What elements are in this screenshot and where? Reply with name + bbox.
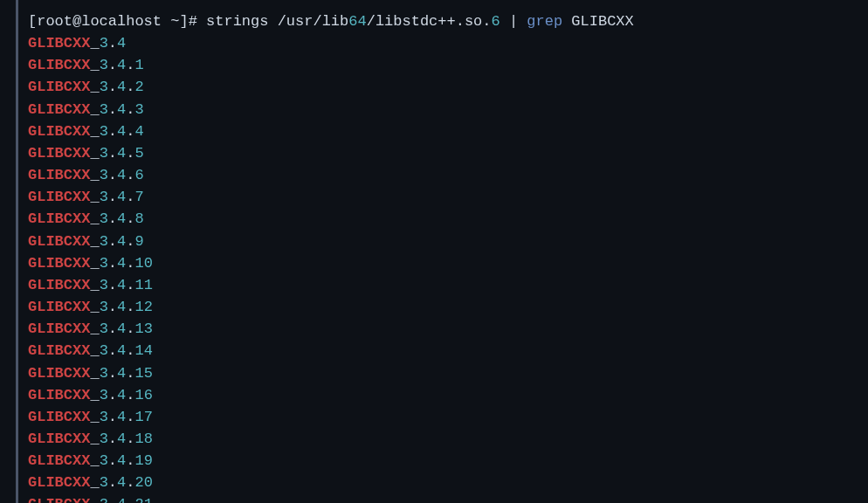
grep-match: GLIBCXX [28,255,90,272]
output-line: GLIBCXX_3.4.5 [28,142,868,164]
grep-match: GLIBCXX [28,145,90,162]
grep-match: GLIBCXX [28,233,90,250]
version-suffix: _3.4.21 [90,496,152,503]
version-suffix: _3.4.10 [90,255,152,272]
grep-match: GLIBCXX [28,365,90,382]
grep-match: GLIBCXX [28,496,90,503]
version-suffix: _3.4.6 [90,167,143,183]
output-line: GLIBCXX_3.4.13 [28,318,868,340]
output-line: GLIBCXX_3.4.8 [28,208,868,230]
version-suffix: _3.4 [90,35,126,52]
prompt-symbol: # [189,13,197,30]
version-suffix: _3.4.9 [90,233,143,250]
output-line: GLIBCXX_3.4.4 [28,121,868,142]
grep-arg: GLIBCXX [571,13,633,30]
grep-match: GLIBCXX [28,299,90,315]
grep-match: GLIBCXX [28,101,90,118]
version-suffix: _3.4.13 [90,320,152,337]
version-suffix: _3.4.18 [90,431,152,447]
command-num64: 64 [348,13,366,30]
output-line: GLIBCXX_3.4.18 [28,428,868,450]
version-suffix: _3.4.14 [90,342,152,359]
grep-match: GLIBCXX [28,210,90,227]
version-suffix: _3.4.11 [90,277,152,293]
grep-match: GLIBCXX [28,320,90,337]
output-line: GLIBCXX_3.4.10 [28,252,868,274]
output-line: GLIBCXX_3.4.3 [28,99,868,121]
grep-match: GLIBCXX [28,277,90,293]
terminal-output: GLIBCXX_3.4GLIBCXX_3.4.1GLIBCXX_3.4.2GLI… [28,32,868,503]
version-suffix: _3.4.8 [90,210,143,227]
output-line: GLIBCXX_3.4.21 [28,493,868,503]
output-line: GLIBCXX_3.4.16 [28,384,868,406]
output-line: GLIBCXX_3.4.20 [28,472,868,493]
prompt-user-host: root@localhost [37,13,162,30]
output-line: GLIBCXX_3.4.15 [28,362,868,384]
grep-match: GLIBCXX [28,342,90,359]
version-suffix: _3.4.2 [90,79,143,95]
version-suffix: _3.4.5 [90,145,143,162]
prompt-open-bracket: [ [28,13,37,30]
output-line: GLIBCXX_3.4.14 [28,340,868,362]
grep-match: GLIBCXX [28,431,90,447]
prompt-close-bracket: ] [179,13,188,30]
version-suffix: _3.4.12 [90,299,152,315]
version-suffix: _3.4.1 [90,57,143,73]
output-line: GLIBCXX_3.4 [28,32,868,54]
output-line: GLIBCXX_3.4.17 [28,406,868,428]
grep-keyword: grep [527,13,562,30]
version-suffix: _3.4.3 [90,101,143,118]
grep-match: GLIBCXX [28,79,90,95]
version-suffix: _3.4.17 [90,409,152,425]
version-suffix: _3.4.20 [90,474,152,491]
output-line: GLIBCXX_3.4.2 [28,76,868,98]
command-num6: 6 [492,13,500,30]
grep-match: GLIBCXX [28,452,90,469]
grep-match: GLIBCXX [28,167,90,183]
output-line: GLIBCXX_3.4.7 [28,186,868,208]
grep-match: GLIBCXX [28,57,90,73]
version-suffix: _3.4.7 [90,189,143,205]
version-suffix: _3.4.16 [90,387,152,403]
grep-match: GLIBCXX [28,123,90,140]
grep-match: GLIBCXX [28,35,90,52]
grep-match: GLIBCXX [28,474,90,491]
pipe-symbol: | [509,13,518,30]
version-suffix: _3.4.15 [90,365,152,382]
prompt-path: ~ [170,13,179,30]
command-path: /libstdc++.so. [367,13,492,30]
version-suffix: _3.4.19 [90,452,152,469]
grep-match: GLIBCXX [28,387,90,403]
command-strings: strings /usr/lib [206,13,348,30]
output-line: GLIBCXX_3.4.12 [28,296,868,318]
output-line: GLIBCXX_3.4.19 [28,450,868,472]
version-suffix: _3.4.4 [90,123,143,140]
output-line: GLIBCXX_3.4.1 [28,54,868,76]
terminal-prompt-line: [root@localhost ~]# strings /usr/lib64/l… [28,10,868,32]
output-line: GLIBCXX_3.4.6 [28,164,868,186]
grep-match: GLIBCXX [28,189,90,205]
grep-match: GLIBCXX [28,409,90,425]
output-line: GLIBCXX_3.4.9 [28,231,868,252]
output-line: GLIBCXX_3.4.11 [28,274,868,296]
